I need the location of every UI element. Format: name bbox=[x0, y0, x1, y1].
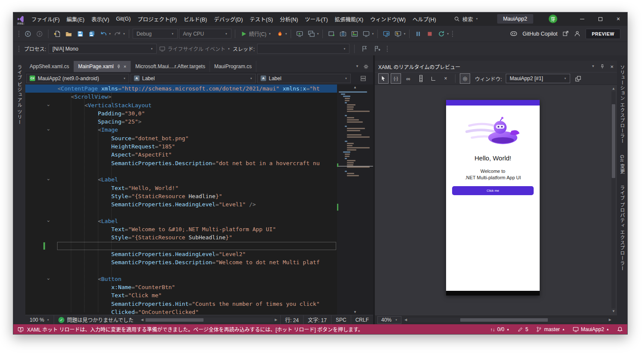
live-preview-toggle[interactable]: ◎ bbox=[460, 73, 470, 84]
process-select[interactable]: [N/A] Mono▼ bbox=[49, 44, 157, 54]
preview-horizontal-scrollbar[interactable]: ◀ ▶ bbox=[403, 317, 613, 323]
breadcrumb-dropdown[interactable]: ALabel▼ bbox=[131, 74, 256, 83]
code-line[interactable]: › <Button bbox=[25, 275, 337, 283]
code-line[interactable]: › <Label bbox=[25, 175, 337, 184]
side-tab[interactable]: ソリューション エクスプローラー bbox=[619, 65, 626, 144]
indent-mode-indicator[interactable]: SPC bbox=[331, 315, 351, 324]
chevron-down-icon[interactable]: ▼ bbox=[447, 33, 449, 35]
open-folder-button[interactable] bbox=[64, 29, 74, 39]
editor-tab[interactable]: AppShell.xaml.cs bbox=[25, 61, 74, 72]
preview-window-select[interactable]: MauiApp2 [#1]▼ bbox=[506, 74, 570, 83]
fold-chevron-icon[interactable]: › bbox=[44, 178, 52, 181]
xaml-element-selection-button[interactable]: {▫} bbox=[391, 73, 401, 84]
chevron-down-icon[interactable]: ▼ bbox=[371, 33, 374, 35]
flag-next-button[interactable] bbox=[372, 44, 383, 54]
chevron-down-icon[interactable]: ▼ bbox=[403, 33, 406, 35]
device-preview[interactable]: Hello, World! Welcome to .NET Multi-plat… bbox=[446, 100, 540, 296]
save-all-button[interactable] bbox=[87, 29, 97, 39]
code-line[interactable]: SemanticProperties.Hint="Counts the numb… bbox=[25, 300, 337, 308]
measure-button[interactable] bbox=[428, 73, 438, 84]
git-branch-status[interactable]: master ▲ bbox=[536, 326, 565, 332]
scroll-up-icon[interactable]: ▲ bbox=[612, 87, 615, 90]
menu-item[interactable]: 拡張機能(X) bbox=[331, 12, 367, 25]
scroll-thumb[interactable] bbox=[460, 318, 548, 322]
new-file-button[interactable] bbox=[52, 29, 62, 39]
breadcrumb-dropdown[interactable]: ALabel▼ bbox=[257, 74, 351, 83]
menu-item[interactable]: デバッグ(D) bbox=[210, 12, 246, 25]
person-icon[interactable] bbox=[574, 30, 580, 37]
close-button[interactable]: × bbox=[609, 12, 627, 25]
xaml-preview-button[interactable] bbox=[381, 29, 392, 39]
code-line[interactable] bbox=[25, 267, 337, 275]
breadcrumb-dropdown[interactable]: C#MauiApp2 (net9.0-android)▼ bbox=[26, 74, 129, 83]
side-tab[interactable]: ライブ プロパティ エクスプローラー bbox=[619, 185, 626, 271]
code-line[interactable]: SemanticProperties.HeadingLevel="Level1"… bbox=[25, 200, 337, 208]
fold-chevron-icon[interactable]: › bbox=[44, 129, 52, 132]
share-icon[interactable] bbox=[562, 30, 569, 37]
panel-header[interactable]: XAML のリアルタイムのプレビュー ▼ × bbox=[375, 61, 617, 72]
panel-menu-icon[interactable]: ▼ bbox=[591, 65, 595, 68]
fold-chevron-icon[interactable]: › bbox=[44, 220, 52, 223]
scroll-down-icon[interactable]: ▼ bbox=[612, 309, 615, 313]
code-line[interactable] bbox=[25, 167, 337, 175]
configuration-select[interactable]: Debug▼ bbox=[133, 29, 178, 39]
scroll-right-icon[interactable]: ▶ bbox=[608, 318, 613, 322]
health-indicator[interactable]: ✓ 問題は見つかりませんでした bbox=[54, 315, 138, 324]
menu-item[interactable]: ファイル(F) bbox=[28, 12, 63, 25]
code-line[interactable]: SemanticProperties.Description="dot net … bbox=[25, 159, 337, 167]
code-line[interactable]: Style="{StaticResource Headline}" bbox=[25, 192, 337, 200]
preview-canvas[interactable]: Hello, World! Welcome to .NET Multi-plat… bbox=[375, 85, 617, 315]
line-ending-indicator[interactable]: CRLF bbox=[351, 315, 373, 324]
split-editor-control[interactable] bbox=[360, 75, 372, 81]
continue-button[interactable]: 続行(C) ▼ bbox=[239, 30, 273, 37]
settings-gear-icon[interactable] bbox=[363, 64, 369, 69]
minimap-scrollbar[interactable]: ▲ ▼ bbox=[337, 84, 373, 315]
side-tab-live-visual-tree[interactable]: ライブ ビジュアル ツリー bbox=[16, 65, 23, 125]
minimize-button[interactable] bbox=[573, 12, 591, 25]
thread-select[interactable]: ▼ bbox=[257, 44, 349, 54]
new-window-button[interactable] bbox=[326, 29, 337, 39]
code-line[interactable]: › <Image bbox=[25, 126, 337, 134]
menu-item[interactable]: 編集(E) bbox=[63, 12, 88, 25]
tab-close-icon[interactable]: × bbox=[124, 64, 126, 69]
menu-item[interactable]: 分析(N) bbox=[276, 12, 301, 25]
pin-icon[interactable] bbox=[600, 64, 605, 69]
code-line[interactable]: Clicked="OnCounterClicked" bbox=[25, 308, 337, 315]
code-surface[interactable]: <ContentPage xmlns="http://schemas.micro… bbox=[25, 84, 337, 315]
app-counter-button[interactable]: Click me bbox=[452, 186, 534, 195]
scroll-thumb[interactable] bbox=[612, 104, 615, 178]
code-line[interactable]: SemanticProperties.HeadingLevel="Level2" bbox=[25, 250, 337, 258]
editor-tab[interactable]: MauiProgram.cs bbox=[210, 61, 256, 72]
attach-button[interactable] bbox=[295, 29, 305, 39]
redo-button[interactable] bbox=[112, 29, 123, 39]
window-layout-button[interactable] bbox=[306, 29, 316, 39]
select-tool-button[interactable] bbox=[378, 73, 389, 84]
editor-horizontal-scrollbar[interactable]: ◀ ▶ bbox=[140, 317, 279, 323]
menu-item[interactable]: ヘルプ(H) bbox=[409, 12, 440, 25]
stop-button[interactable] bbox=[425, 29, 435, 39]
toolbar-grip[interactable] bbox=[452, 30, 454, 37]
cursor-line-indicator[interactable]: 行: 24 bbox=[280, 315, 303, 324]
flag-button[interactable] bbox=[359, 44, 370, 54]
scroll-down-icon[interactable]: ▼ bbox=[337, 310, 373, 314]
menu-item[interactable]: Git(G) bbox=[112, 12, 134, 25]
code-line[interactable]: Text="Welcome to &#10;.NET Multi-platfor… bbox=[25, 225, 337, 233]
restart-button[interactable] bbox=[436, 29, 447, 39]
toolbar-grip[interactable] bbox=[18, 45, 20, 52]
code-line[interactable]: Spacing="25"> bbox=[25, 118, 337, 126]
menu-item[interactable]: ビルド(B) bbox=[180, 12, 210, 25]
device-button[interactable] bbox=[361, 29, 371, 39]
chevron-down-icon[interactable]: ▼ bbox=[316, 33, 319, 35]
ruler-button[interactable] bbox=[416, 73, 426, 84]
live-tree-button[interactable] bbox=[393, 29, 403, 39]
code-line[interactable]: <ContentPage xmlns="http://schemas.micro… bbox=[25, 84, 337, 93]
scroll-right-icon[interactable]: ▶ bbox=[273, 318, 279, 322]
scroll-up-icon[interactable]: ▲ bbox=[337, 85, 373, 89]
maximize-button[interactable] bbox=[591, 12, 609, 25]
nav-back-button[interactable] bbox=[23, 29, 33, 39]
code-line[interactable]: › <VerticalStackLayout bbox=[25, 101, 337, 109]
preview-vertical-scrollbar[interactable]: ▲ ▼ bbox=[611, 87, 616, 313]
chevron-down-icon[interactable]: ▼ bbox=[285, 33, 288, 35]
search-control[interactable]: 検索 ▼ bbox=[454, 15, 478, 23]
copilot-label[interactable]: GitHub Copilot bbox=[522, 31, 557, 37]
